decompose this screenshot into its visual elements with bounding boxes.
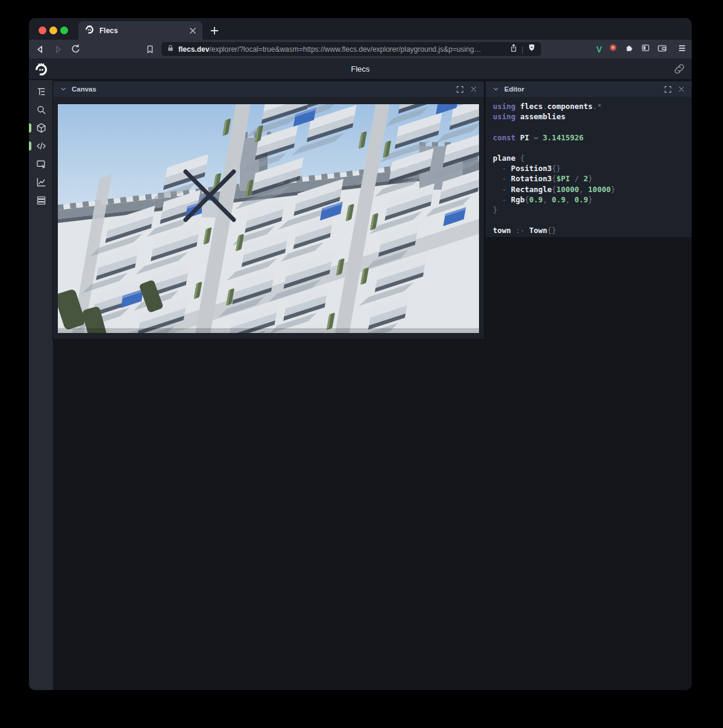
close-window-button[interactable] — [39, 26, 46, 34]
app-body: Canvas — [29, 80, 692, 690]
reload-icon[interactable] — [67, 42, 83, 57]
close-icon[interactable] — [676, 84, 687, 95]
extensions-puzzle-icon[interactable] — [624, 43, 634, 55]
editor-panel-header: Editor — [486, 81, 692, 97]
editor-panel: Editor using flecs.components.*using ass… — [486, 81, 692, 237]
extension-badge-icon[interactable] — [608, 43, 618, 55]
browser-tab-bar: Flecs — [29, 18, 692, 40]
url-domain: flecs.dev — [178, 45, 209, 54]
sidebar-item-inspect[interactable] — [34, 157, 48, 170]
sidebar-toggle-icon[interactable] — [640, 43, 651, 55]
toolbar-extensions: V — [596, 40, 687, 58]
menu-icon[interactable] — [677, 43, 687, 55]
app-header: Flecs — [29, 58, 692, 79]
sidebar-item-code[interactable] — [34, 139, 48, 152]
canvas-panel: Canvas — [53, 81, 484, 339]
flecs-logo — [34, 61, 49, 79]
url-separator: | — [522, 45, 524, 54]
close-icon[interactable] — [468, 84, 479, 95]
url-text: flecs.dev/explorer/?local=true&wasm=http… — [178, 45, 505, 54]
page-title: Flecs — [29, 64, 692, 73]
code-editor[interactable]: using flecs.components.*using assemblies… — [486, 97, 692, 237]
forward-icon[interactable] — [50, 42, 66, 57]
editor-panel-title: Editor — [504, 86, 659, 93]
active-indicator-scene — [29, 123, 31, 132]
zoom-window-button[interactable] — [60, 26, 68, 34]
canvas-panel-header: Canvas — [53, 81, 484, 97]
chevron-down-icon[interactable] — [58, 84, 69, 95]
bookmark-icon[interactable] — [142, 42, 158, 57]
sidebar-item-scene-cube[interactable] — [34, 121, 48, 134]
sidebar-item-search[interactable] — [34, 103, 48, 116]
share-icon[interactable] — [509, 43, 518, 55]
wallet-icon[interactable] — [657, 43, 668, 56]
canvas-panel-title: Canvas — [72, 86, 451, 93]
fullscreen-icon[interactable] — [454, 84, 465, 95]
lock-icon — [166, 44, 175, 55]
url-bar[interactable]: flecs.dev/explorer/?local=true&wasm=http… — [161, 42, 541, 56]
tab-favicon-flecs-logo — [84, 24, 95, 37]
sidebar — [29, 80, 53, 690]
3d-canvas-viewport[interactable] — [58, 104, 479, 333]
sidebar-item-stats-chart[interactable] — [34, 175, 48, 188]
new-tab-button[interactable] — [207, 23, 222, 38]
browser-nav-bar: flecs.dev/explorer/?local=true&wasm=http… — [29, 40, 692, 58]
active-indicator-code — [29, 142, 31, 151]
tab-title: Flecs — [99, 26, 184, 35]
url-path: /explorer/?local=true&wasm=https://www.f… — [209, 45, 481, 54]
back-icon[interactable] — [33, 42, 48, 57]
fullscreen-icon[interactable] — [662, 84, 673, 95]
browser-tab[interactable]: Flecs — [78, 21, 202, 40]
sidebar-item-tables[interactable] — [34, 193, 48, 207]
link-icon[interactable] — [673, 63, 686, 78]
sidebar-item-tree-view[interactable] — [34, 85, 48, 98]
tab-close-icon[interactable] — [189, 27, 196, 34]
browser-window: Flecs flecs.dev/explorer/?local=true&was… — [29, 18, 692, 690]
vue-devtools-icon[interactable]: V — [596, 45, 602, 54]
chevron-down-icon[interactable] — [490, 84, 501, 95]
brave-shield-icon[interactable] — [527, 43, 536, 55]
minimize-window-button[interactable] — [49, 26, 57, 34]
